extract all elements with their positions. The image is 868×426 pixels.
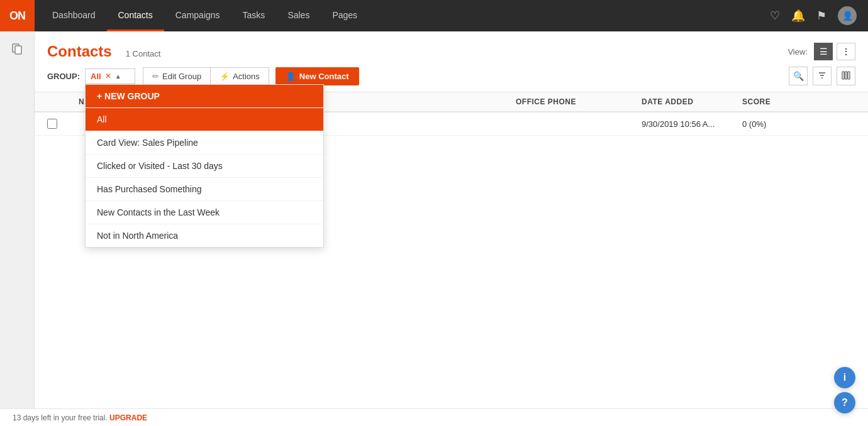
floating-help-button[interactable]: ? — [834, 392, 855, 413]
nav-campaigns[interactable]: Campaigns — [164, 0, 231, 31]
dropdown-item-not-north-america[interactable]: Not in North America — [86, 224, 323, 247]
logo[interactable]: ON — [0, 0, 35, 31]
col-date-added: DATE ADDED — [642, 97, 742, 106]
dropdown-item-has-purchased[interactable]: Has Purchased Something — [86, 178, 323, 201]
new-contact-button[interactable]: 👤 New Contact — [275, 67, 359, 85]
favorites-icon[interactable]: ♡ — [770, 9, 780, 23]
content-area: Contacts 1 Contact View: ☰ ⋮ GROUP: All … — [35, 31, 868, 408]
col-email: EMAIL — [298, 97, 516, 106]
sidebar-page-icon[interactable] — [6, 38, 28, 60]
edit-group-button[interactable]: ✏ Edit Group — [143, 67, 211, 85]
col-checkbox — [47, 97, 79, 106]
page-title: Contacts — [47, 43, 112, 60]
svg-rect-1 — [15, 46, 21, 54]
dropdown-item-new-contacts-week[interactable]: New Contacts in the Last Week — [86, 201, 323, 224]
col-score: SCORE — [742, 97, 855, 106]
page-header: Contacts 1 Contact View: ☰ ⋮ — [35, 31, 868, 60]
edit-group-label: Edit Group — [162, 72, 201, 81]
filter-icon — [818, 71, 826, 82]
dropdown-item-card-view[interactable]: Card View: Sales Pipeline — [86, 131, 323, 155]
dropdown-item-clicked-visited[interactable]: Clicked or Visited - Last 30 days — [86, 155, 323, 178]
search-icon: 🔍 — [793, 71, 804, 81]
left-sidebar — [0, 31, 35, 408]
nav-right: ♡ 🔔 ⚑ 👤 — [759, 6, 868, 25]
col-phone: OFFICE PHONE — [516, 97, 642, 106]
nav-items: Dashboard Contacts Campaigns Tasks Sales… — [35, 0, 759, 31]
nav-sales[interactable]: Sales — [276, 0, 321, 31]
filter-button[interactable] — [813, 67, 832, 85]
group-value: All — [91, 72, 101, 81]
person-plus-icon: 👤 — [286, 72, 296, 81]
avatar-icon: 👤 — [842, 11, 853, 21]
group-dropdown-menu: + NEW GROUP All Card View: Sales Pipelin… — [85, 84, 324, 248]
clear-group-icon[interactable]: ✕ — [105, 72, 111, 80]
columns-button[interactable] — [837, 67, 855, 85]
row-checkbox[interactable] — [47, 119, 57, 129]
columns-icon — [842, 71, 850, 82]
top-nav: ON Dashboard Contacts Campaigns Tasks Sa… — [0, 0, 868, 31]
svg-rect-5 — [842, 72, 844, 79]
row-date-added: 9/30/2019 10:56 A... — [642, 119, 742, 129]
trial-text: 13 days left in your free trial. — [13, 413, 108, 422]
search-button[interactable]: 🔍 — [789, 67, 808, 85]
nav-contacts[interactable]: Contacts — [107, 0, 164, 31]
svg-rect-6 — [845, 72, 847, 79]
svg-rect-7 — [848, 72, 850, 79]
group-dropdown-button[interactable]: All ✕ ▲ — [85, 68, 135, 84]
view-toggle: View: ☰ ⋮ — [787, 43, 855, 60]
nav-pages[interactable]: Pages — [321, 0, 369, 31]
new-contact-label: New Contact — [299, 72, 349, 81]
row-score: 0 (0%) — [742, 119, 855, 129]
footer: 13 days left in your free trial. UPGRADE — [0, 408, 868, 426]
dropdown-item-all[interactable]: All — [86, 108, 323, 131]
info-icon: i — [843, 372, 846, 383]
toolbar-right: 🔍 — [789, 67, 855, 85]
help-icon: ? — [842, 397, 848, 408]
group-selector: All ✕ ▲ + NEW GROUP All Card View: Sales… — [85, 68, 135, 84]
main-layout: Contacts 1 Contact View: ☰ ⋮ GROUP: All … — [0, 31, 868, 408]
toolbar: GROUP: All ✕ ▲ + NEW GROUP All Card View… — [35, 60, 868, 92]
new-group-item[interactable]: + NEW GROUP — [86, 85, 323, 108]
column-view-icon: ⋮ — [842, 46, 850, 57]
user-avatar[interactable]: 👤 — [838, 6, 857, 25]
actions-label: Actions — [233, 72, 260, 81]
column-view-btn[interactable]: ⋮ — [837, 43, 855, 60]
pencil-icon: ✏ — [152, 72, 159, 81]
flag-icon[interactable]: ⚑ — [816, 9, 826, 23]
list-view-icon: ☰ — [820, 46, 828, 57]
list-view-btn[interactable]: ☰ — [814, 43, 833, 60]
lightning-icon: ⚡ — [220, 72, 230, 81]
group-label: GROUP: — [47, 72, 80, 81]
floating-info-button[interactable]: i — [834, 367, 855, 388]
contact-count: 1 Contact — [126, 49, 161, 58]
notifications-icon[interactable]: 🔔 — [791, 9, 805, 23]
nav-tasks[interactable]: Tasks — [231, 0, 277, 31]
chevron-up-icon: ▲ — [115, 73, 121, 80]
actions-button[interactable]: ⚡ Actions — [211, 67, 269, 85]
toolbar-actions: ✏ Edit Group ⚡ Actions — [143, 67, 269, 85]
upgrade-link[interactable]: UPGRADE — [109, 413, 147, 422]
nav-dashboard[interactable]: Dashboard — [41, 0, 107, 31]
view-label: View: — [787, 47, 808, 57]
